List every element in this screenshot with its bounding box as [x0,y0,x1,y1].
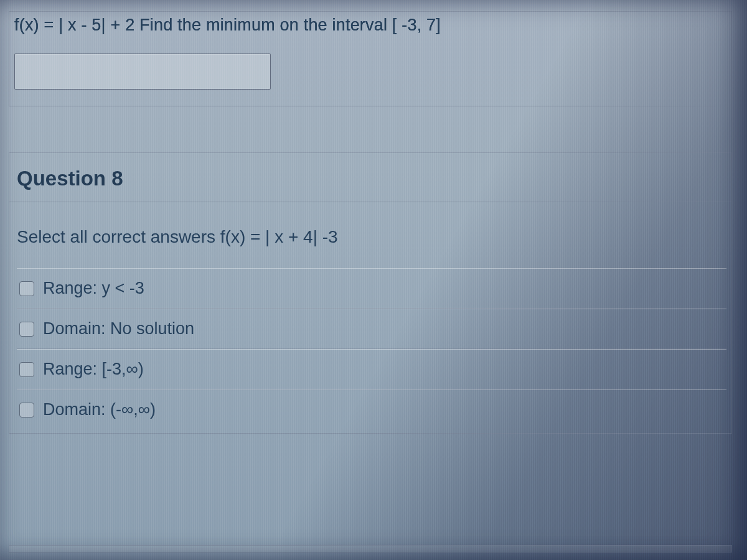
option-row[interactable]: Domain: No solution [17,309,726,349]
question-8-prompt: Select all correct answers f(x) = | x + … [17,227,726,247]
question-8-body: Select all correct answers f(x) = | x + … [9,202,731,433]
option-label: Domain: (-∞,∞) [43,400,156,419]
option-row[interactable]: Range: y < -3 [17,268,726,309]
question-8-header: Question 8 [9,152,731,202]
checkbox-icon[interactable] [19,322,34,337]
checkbox-icon[interactable] [19,281,34,296]
option-label: Range: [-3,∞) [43,360,144,379]
question-8-block: Question 8 Select all correct answers f(… [9,152,732,434]
question-7-prompt: f(x) = | x - 5| + 2 Find the minimum on … [14,16,726,35]
option-label: Domain: No solution [43,319,194,338]
option-row[interactable]: Domain: (-∞,∞) [17,390,726,429]
question-7-body: f(x) = | x - 5| + 2 Find the minimum on … [9,11,731,106]
question-8-title: Question 8 [17,167,123,190]
bottom-scroll-track[interactable] [9,545,732,553]
question-7-answer-input[interactable] [14,54,271,90]
option-row[interactable]: Range: [-3,∞) [17,349,726,390]
option-label: Range: y < -3 [43,279,144,298]
checkbox-icon[interactable] [19,362,34,377]
section-gap [9,106,732,152]
question-7-block: f(x) = | x - 5| + 2 Find the minimum on … [9,11,732,106]
checkbox-icon[interactable] [19,403,34,418]
